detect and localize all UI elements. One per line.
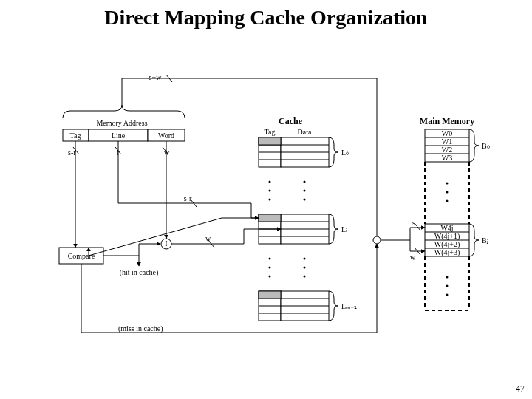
mem-block-Bj: W4j W(4j+1) W(4j+2) W(4j+3) <box>425 224 469 257</box>
cache-block-L0 <box>259 137 329 167</box>
label-main-memory: Main Memory <box>420 116 474 126</box>
label-Lm1: Lₘ₋₁ <box>341 302 357 310</box>
svg-point-58 <box>446 276 449 279</box>
label-Li: Lᵢ <box>341 225 347 233</box>
label-sr-bus: s-r <box>184 194 192 202</box>
svg-point-59 <box>446 285 449 287</box>
label-compare: Compare <box>68 252 95 260</box>
svg-text:W1: W1 <box>442 137 452 146</box>
brace-L0 <box>329 137 338 167</box>
label-cache-tag: Tag <box>265 128 276 136</box>
label-tag: Tag <box>70 132 81 140</box>
label-word: Word <box>158 132 174 140</box>
label-miss: (miss in cache) <box>118 324 163 333</box>
label-B0: B₀ <box>482 142 490 150</box>
label-w-mem: w <box>410 253 416 262</box>
svg-point-23 <box>269 267 271 269</box>
label-sw: s+w <box>149 73 163 81</box>
svg-point-22 <box>269 258 271 260</box>
label-hit: (hit in cache) <box>120 268 159 277</box>
dots-cache-1 <box>269 181 306 201</box>
diagram: s+w Memory Address Tag Line Word s-r r w… <box>0 0 532 399</box>
label-w-bus: w <box>205 234 211 242</box>
svg-rect-9 <box>259 137 281 145</box>
node-mem-addr <box>373 236 381 244</box>
label-L0: L₀ <box>341 149 349 157</box>
brace-Lm1 <box>329 291 338 321</box>
svg-point-44 <box>446 183 449 185</box>
label-Bj: Bⱼ <box>482 236 488 245</box>
label-cache: Cache <box>279 116 303 126</box>
svg-point-12 <box>269 199 271 201</box>
svg-text:W(4j+3): W(4j+3) <box>434 248 460 257</box>
label-s: s <box>412 219 415 227</box>
svg-point-10 <box>269 181 271 183</box>
svg-point-60 <box>446 294 449 296</box>
mem-block-B0: W0 W1 W2 W3 <box>425 129 469 162</box>
svg-text:W4j: W4j <box>440 224 453 232</box>
dots-mem-2 <box>446 276 449 296</box>
svg-text:W0: W0 <box>442 129 452 137</box>
brace-top <box>63 105 185 118</box>
svg-point-14 <box>304 190 306 192</box>
svg-text:W2: W2 <box>442 146 452 154</box>
svg-text:W3: W3 <box>442 154 452 162</box>
svg-point-26 <box>304 267 306 269</box>
svg-point-24 <box>269 276 271 278</box>
svg-point-46 <box>446 200 449 202</box>
label-cache-data: Data <box>298 128 312 136</box>
svg-point-13 <box>304 181 306 183</box>
svg-point-45 <box>446 191 449 194</box>
dots-mem-1 <box>446 183 449 202</box>
svg-point-25 <box>304 258 306 260</box>
svg-text:I: I <box>165 239 167 248</box>
label-memory-address: Memory Address <box>96 119 147 127</box>
svg-point-15 <box>304 199 306 201</box>
brace-Li <box>329 214 338 244</box>
svg-point-11 <box>269 190 271 192</box>
brace-Bj <box>469 224 479 256</box>
svg-line-88 <box>89 218 222 256</box>
label-line: Line <box>112 132 126 140</box>
svg-rect-33 <box>259 291 281 299</box>
brace-B0 <box>469 129 479 162</box>
dots-cache-2 <box>269 258 306 278</box>
svg-line-67 <box>415 223 420 231</box>
svg-point-27 <box>304 276 306 278</box>
cache-block-Lm1 <box>259 291 329 321</box>
svg-rect-21 <box>259 214 281 222</box>
